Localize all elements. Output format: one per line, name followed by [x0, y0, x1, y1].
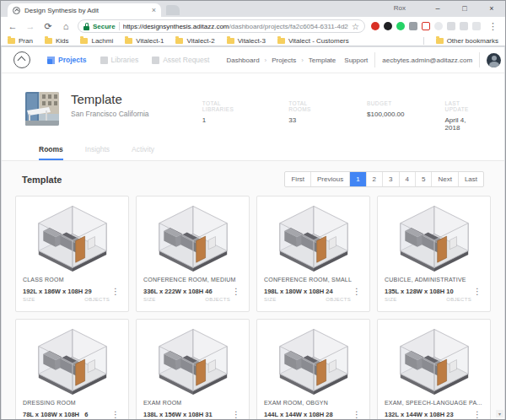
isometric-room-render	[387, 325, 482, 396]
tab-insights[interactable]: Insights	[85, 145, 110, 160]
home-icon[interactable]: ⌂	[60, 21, 72, 31]
breadcrumb: Dashboard›Projects›Template	[226, 57, 336, 64]
forward-icon[interactable]: →	[24, 21, 36, 31]
aditazz-logo-icon[interactable]	[13, 51, 30, 68]
room-isometric-image	[23, 201, 121, 273]
breadcrumb-item[interactable]: Template	[309, 57, 336, 64]
extension-icon[interactable]	[434, 22, 443, 30]
address-bar[interactable]: Secure https://designsynthesis.aditazz.c…	[78, 19, 365, 33]
page-button-5[interactable]: 5	[416, 172, 432, 186]
extension-icon[interactable]	[384, 22, 392, 30]
objects-label: OBJECTS	[205, 297, 230, 302]
bookmark-item[interactable]: Lachmi	[80, 37, 113, 45]
room-card[interactable]: CONFERENCE ROOM, MEDIUM336L x 222W x 108…	[136, 196, 250, 312]
bookmark-label: Lachmi	[91, 37, 113, 45]
minimize-button[interactable]: –	[424, 1, 451, 16]
page-button-1[interactable]: 1	[350, 172, 366, 186]
card-menu-icon[interactable]: ⋮	[230, 411, 242, 419]
room-objects-block: 24OBJECTS	[326, 288, 351, 302]
project-tabs: RoomsInsightsActivity	[2, 132, 504, 161]
other-bookmarks[interactable]: Other bookmarks	[436, 37, 498, 45]
room-dimensions: 198L x 180W x 108H	[264, 288, 320, 295]
page-button-last[interactable]: Last	[459, 172, 483, 186]
isometric-room-render	[387, 202, 482, 272]
room-dimensions: 132L x 144W x 108H	[385, 411, 441, 418]
breadcrumb-item[interactable]: Projects	[272, 57, 296, 64]
close-button[interactable]: ×	[478, 1, 505, 16]
new-tab-button[interactable]	[166, 5, 180, 15]
folder-icon	[125, 38, 132, 44]
card-menu-icon[interactable]: ⋮	[110, 411, 121, 419]
nav-item-asset-request[interactable]: Asset Request	[152, 56, 209, 64]
page-button-next[interactable]: Next	[432, 172, 458, 186]
room-dimensions-block: 144L x 144W x 108HSIZE	[264, 411, 320, 419]
tab-activity[interactable]: Activity	[132, 145, 154, 160]
support-link[interactable]: Support	[344, 57, 368, 64]
room-objects-block: 29OBJECTS	[84, 288, 110, 302]
page-button-previous[interactable]: Previous	[311, 172, 350, 186]
room-card[interactable]: EXAM, SPEECH-LANGUAGE PATHOL...132L x 14…	[377, 319, 491, 419]
maximize-button[interactable]: □	[451, 1, 478, 16]
app-nav: ProjectsLibrariesAsset Request	[47, 56, 209, 64]
bookmark-item[interactable]: Pran	[8, 37, 33, 45]
extension-icon[interactable]	[371, 22, 380, 30]
browser-menu-icon[interactable]: ⋮	[487, 21, 499, 32]
room-isometric-image	[385, 201, 483, 273]
extension-icon[interactable]	[396, 22, 405, 30]
room-card-grid: CLASS ROOM192L x 186W x 108HSIZE29OBJECT…	[15, 196, 491, 419]
stat-label: LAST UPDATE	[445, 100, 481, 112]
isometric-room-render	[266, 325, 361, 396]
room-card[interactable]: EXAM ROOM138L x 156W x 108HSIZE31OBJECTS…	[136, 319, 250, 419]
browser-tab[interactable]: Design Synthesis by Adit ×	[8, 3, 161, 17]
user-email[interactable]: aecbytes.admin@aditazz.com	[382, 57, 472, 64]
bookmark-item[interactable]: Vitalect-1	[125, 37, 164, 45]
bookmark-star-icon[interactable]: ☆	[352, 22, 359, 31]
browser-window: Design Synthesis by Adit × Rox – □ × ← →…	[0, 0, 506, 420]
room-card[interactable]: EXAM ROOM, OBGYN144L x 144W x 108HSIZE28…	[256, 319, 370, 419]
tab-rooms[interactable]: Rooms	[39, 145, 63, 160]
extension-icon[interactable]	[409, 22, 417, 30]
room-dimensions: 144L x 144W x 108H	[264, 411, 320, 418]
room-card[interactable]: CONFERENCE ROOM, SMALL198L x 180W x 108H…	[256, 196, 370, 312]
room-dimensions: 336L x 222W x 108H	[143, 288, 200, 295]
room-card[interactable]: CUBICLE, ADMINISTRATIVE135L x 128W x 108…	[377, 196, 491, 312]
card-menu-icon[interactable]: ⋮	[230, 288, 242, 296]
nav-item-projects[interactable]: Projects	[47, 56, 87, 64]
size-label: SIZE	[143, 297, 200, 302]
page-button-first[interactable]: First	[285, 172, 311, 186]
card-menu-icon[interactable]: ⋮	[351, 288, 363, 296]
card-menu-icon[interactable]: ⋮	[351, 411, 363, 419]
bookmark-item[interactable]: Vitalect-2	[175, 37, 214, 45]
card-menu-icon[interactable]: ⋮	[471, 411, 483, 419]
card-bottom: 78L x 108W x 108HSIZE6OBJECTS⋮	[23, 411, 121, 419]
nav-item-libraries[interactable]: Libraries	[100, 56, 139, 64]
scrollbar-down-icon[interactable]: ▾	[496, 410, 503, 417]
objects-label: OBJECTS	[326, 297, 351, 302]
page-button-3[interactable]: 3	[383, 172, 399, 186]
reload-icon[interactable]: ⟳	[42, 21, 54, 32]
bookmark-item[interactable]: Vitalect-3	[227, 37, 266, 45]
tab-close-icon[interactable]: ×	[152, 6, 156, 14]
stat-value: $100,000.00	[367, 110, 405, 118]
extension-icon[interactable]	[460, 22, 468, 30]
extension-icon[interactable]	[472, 22, 481, 30]
room-card[interactable]: CLASS ROOM192L x 186W x 108HSIZE29OBJECT…	[15, 196, 129, 312]
bookmark-item[interactable]: Kids	[45, 37, 69, 45]
card-menu-icon[interactable]: ⋮	[110, 288, 121, 296]
divider	[374, 52, 375, 67]
card-menu-icon[interactable]: ⋮	[471, 288, 483, 296]
room-dimensions-block: 135L x 128W x 108HSIZE	[385, 288, 441, 302]
page-button-2[interactable]: 2	[367, 172, 383, 186]
extension-icon[interactable]	[422, 22, 430, 30]
back-icon[interactable]: ←	[7, 21, 19, 31]
libraries-icon	[100, 57, 108, 64]
extension-icon[interactable]	[447, 22, 455, 30]
folder-icon	[175, 38, 183, 44]
rooms-content: Template FirstPrevious12345NextLast CLAS…	[2, 161, 504, 419]
user-avatar[interactable]	[487, 53, 501, 67]
room-name: CONFERENCE ROOM, SMALL	[264, 277, 363, 283]
page-button-4[interactable]: 4	[400, 172, 416, 186]
room-card[interactable]: DRESSING ROOM78L x 108W x 108HSIZE6OBJEC…	[15, 319, 129, 419]
bookmark-item[interactable]: Vitalect - Customers	[277, 37, 349, 45]
breadcrumb-item[interactable]: Dashboard	[226, 57, 259, 64]
